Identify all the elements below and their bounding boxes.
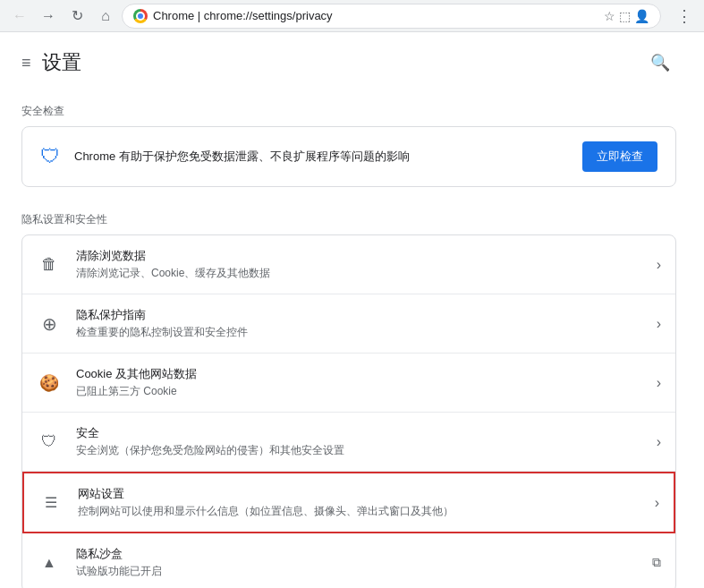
toolbar-right: ⋮ bbox=[672, 4, 697, 29]
forward-button[interactable]: → bbox=[36, 4, 61, 29]
arrow-icon: › bbox=[657, 316, 661, 332]
privacy-guide-item[interactable]: ⊕ 隐私保护指南 检查重要的隐私控制设置和安全控件 › bbox=[22, 294, 675, 354]
privacy-sandbox-content: 隐私沙盒 试验版功能已开启 bbox=[76, 546, 638, 579]
privacy-sandbox-title: 隐私沙盒 bbox=[76, 546, 638, 562]
check-now-button[interactable]: 立即检查 bbox=[582, 141, 657, 172]
security-item[interactable]: 🛡 安全 安全浏览（保护您免受危险网站的侵害）和其他安全设置 › bbox=[22, 413, 675, 472]
sidebar-toggle-icon[interactable]: ≡ bbox=[21, 54, 31, 72]
site-settings-title: 网站设置 bbox=[78, 486, 640, 502]
address-bar[interactable]: Chrome | chrome://settings/privacy ☆ ⬚ 👤 bbox=[122, 4, 661, 29]
bookmark-icon: ☆ bbox=[604, 9, 615, 23]
security-subtitle: 安全浏览（保护您免受危险网站的侵害）和其他安全设置 bbox=[76, 443, 642, 458]
clear-browsing-content: 清除浏览数据 清除浏览记录、Cookie、缓存及其他数据 bbox=[76, 248, 642, 281]
security-check-card: 🛡 Chrome 有助于保护您免受数据泄露、不良扩展程序等问题的影响 立即检查 bbox=[21, 126, 676, 187]
cast-icon: ⬚ bbox=[619, 9, 631, 23]
cookies-content: Cookie 及其他网站数据 已阻止第三方 Cookie bbox=[76, 366, 642, 399]
arrow-icon: › bbox=[655, 495, 659, 511]
cookies-title: Cookie 及其他网站数据 bbox=[76, 366, 642, 382]
profile-icon: 👤 bbox=[634, 9, 649, 23]
settings-page: ≡ 设置 🔍 安全检查 🛡 Chrome 有助于保护您免受数据泄露、不良扩展程序… bbox=[0, 32, 698, 588]
trash-icon: 🗑 bbox=[37, 252, 62, 277]
shield-icon: 🛡 bbox=[40, 145, 60, 168]
privacy-guide-content: 隐私保护指南 检查重要的隐私控制设置和安全控件 bbox=[76, 307, 642, 340]
cookies-subtitle: 已阻止第三方 Cookie bbox=[76, 384, 642, 399]
clear-browsing-item[interactable]: 🗑 清除浏览数据 清除浏览记录、Cookie、缓存及其他数据 › bbox=[22, 235, 675, 294]
privacy-sandbox-subtitle: 试验版功能已开启 bbox=[76, 564, 638, 579]
reload-button[interactable]: ↻ bbox=[64, 4, 89, 29]
security-title: 安全 bbox=[76, 425, 642, 441]
site-settings-icon: ☰ bbox=[38, 490, 64, 516]
site-settings-subtitle: 控制网站可以使用和显示什么信息（如位置信息、摄像头、弹出式窗口及其他） bbox=[78, 504, 640, 519]
privacy-settings-list: 🗑 清除浏览数据 清除浏览记录、Cookie、缓存及其他数据 › ⊕ 隐私保护指… bbox=[21, 234, 676, 588]
arrow-icon: › bbox=[657, 434, 661, 450]
sandbox-icon: ▲ bbox=[37, 550, 62, 575]
home-button[interactable]: ⌂ bbox=[93, 4, 118, 29]
page-title: 设置 bbox=[42, 49, 633, 76]
security-content: 安全 安全浏览（保护您免受危险网站的侵害）和其他安全设置 bbox=[76, 425, 642, 458]
security-check-section-label: 安全检查 bbox=[21, 93, 676, 126]
privacy-sandbox-item[interactable]: ▲ 隐私沙盒 试验版功能已开启 ⧉ bbox=[22, 533, 675, 588]
arrow-icon: › bbox=[657, 257, 661, 273]
address-text: Chrome | chrome://settings/privacy bbox=[153, 9, 333, 22]
site-settings-content: 网站设置 控制网站可以使用和显示什么信息（如位置信息、摄像头、弹出式窗口及其他） bbox=[78, 486, 640, 519]
cookies-item[interactable]: 🍪 Cookie 及其他网站数据 已阻止第三方 Cookie › bbox=[22, 354, 675, 413]
clear-browsing-subtitle: 清除浏览记录、Cookie、缓存及其他数据 bbox=[76, 266, 642, 281]
site-settings-item[interactable]: ☰ 网站设置 控制网站可以使用和显示什么信息（如位置信息、摄像头、弹出式窗口及其… bbox=[22, 472, 675, 533]
menu-dots-button[interactable]: ⋮ bbox=[672, 4, 697, 29]
settings-header: ≡ 设置 🔍 bbox=[0, 32, 698, 86]
privacy-guide-title: 隐私保护指南 bbox=[76, 307, 642, 323]
privacy-section-label: 隐私设置和安全性 bbox=[21, 201, 676, 234]
cookie-icon: 🍪 bbox=[37, 371, 62, 396]
privacy-guide-icon: ⊕ bbox=[37, 311, 62, 337]
settings-content: 安全检查 🛡 Chrome 有助于保护您免受数据泄露、不良扩展程序等问题的影响 … bbox=[0, 86, 698, 588]
search-button[interactable]: 🔍 bbox=[644, 47, 676, 79]
external-link-icon: ⧉ bbox=[652, 555, 661, 570]
clear-browsing-title: 清除浏览数据 bbox=[76, 248, 642, 264]
security-icon: 🛡 bbox=[37, 430, 62, 455]
back-button[interactable]: ← bbox=[7, 4, 32, 29]
arrow-icon: › bbox=[657, 375, 661, 391]
chrome-logo-icon bbox=[133, 9, 148, 23]
security-check-description: Chrome 有助于保护您免受数据泄露、不良扩展程序等问题的影响 bbox=[74, 149, 568, 165]
privacy-guide-subtitle: 检查重要的隐私控制设置和安全控件 bbox=[76, 325, 642, 340]
browser-toolbar: ← → ↻ ⌂ Chrome | chrome://settings/priva… bbox=[0, 0, 704, 32]
